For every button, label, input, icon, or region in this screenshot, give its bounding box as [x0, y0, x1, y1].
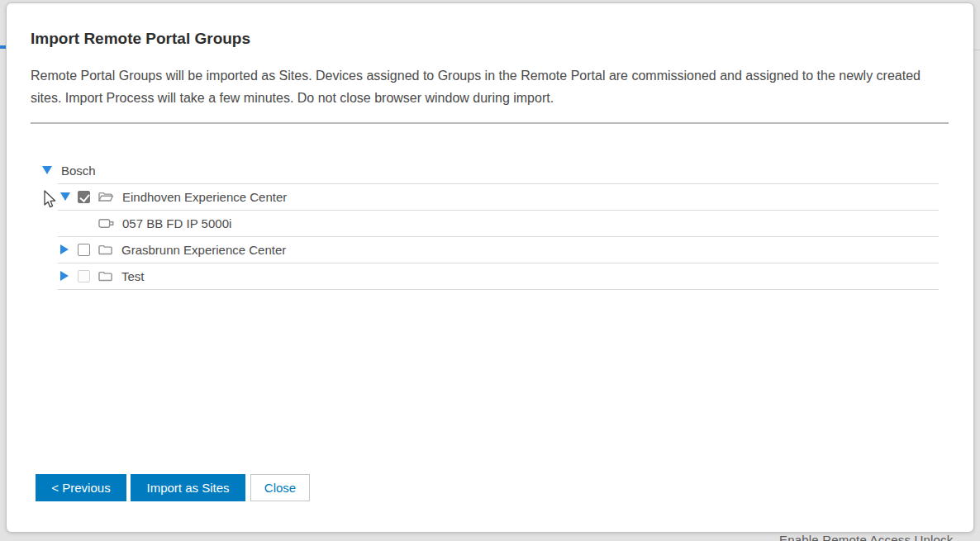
import-as-sites-button[interactable]: Import as Sites — [131, 474, 245, 501]
background-divider-fragment — [974, 50, 980, 50]
triangle-right-icon — [60, 244, 69, 254]
expander-collapse-icon[interactable] — [42, 164, 53, 176]
triangle-right-icon — [60, 271, 69, 281]
dialog-title: Import Remote Portal Groups — [31, 30, 250, 48]
tree-group-label: Eindhoven Experience Center — [122, 190, 287, 204]
tree-group-label: Grasbrunn Experience Center — [121, 243, 286, 257]
folder-icon — [98, 244, 113, 255]
expander-expand-icon[interactable] — [60, 244, 71, 255]
group-checkbox-disabled — [78, 270, 90, 282]
tree-row-group: Test — [7, 263, 939, 289]
dialog-description: Remote Portal Groups will be imported as… — [31, 64, 943, 109]
expander-collapse-icon[interactable] — [60, 191, 71, 202]
background-blue-edge-mark — [0, 45, 6, 49]
folder-open-icon — [98, 191, 114, 202]
page-background: { "background": { "footer_partial_text":… — [0, 0, 980, 541]
row-separator — [58, 289, 939, 290]
triangle-down-icon — [42, 166, 52, 174]
background-footer-partial-text: Enable Remote Access Unlock — [779, 533, 954, 541]
tree-row-group: Grasbrunn Experience Center — [7, 236, 939, 263]
tree-group-label: Test — [121, 269, 145, 283]
camera-icon — [98, 218, 115, 229]
tree-root-label: Bosch — [61, 164, 96, 178]
header-divider — [31, 122, 949, 124]
expander-expand-icon[interactable] — [60, 270, 71, 282]
group-checkbox-unchecked[interactable] — [78, 244, 90, 256]
folder-icon — [98, 270, 113, 282]
import-remote-portal-groups-dialog: Import Remote Portal Groups Remote Porta… — [6, 2, 974, 533]
triangle-down-icon — [60, 192, 70, 201]
previous-button[interactable]: < Previous — [36, 474, 126, 501]
tree-device-label: 057 BB FD IP 5000i — [122, 216, 231, 230]
tree-row-device: 057 BB FD IP 5000i — [7, 210, 939, 236]
tree-row-group: Eindhoven Experience Center — [7, 183, 939, 210]
close-button[interactable]: Close — [250, 474, 310, 501]
group-checkbox-checked[interactable] — [78, 191, 90, 203]
tree-row-root: Bosch — [7, 157, 939, 183]
